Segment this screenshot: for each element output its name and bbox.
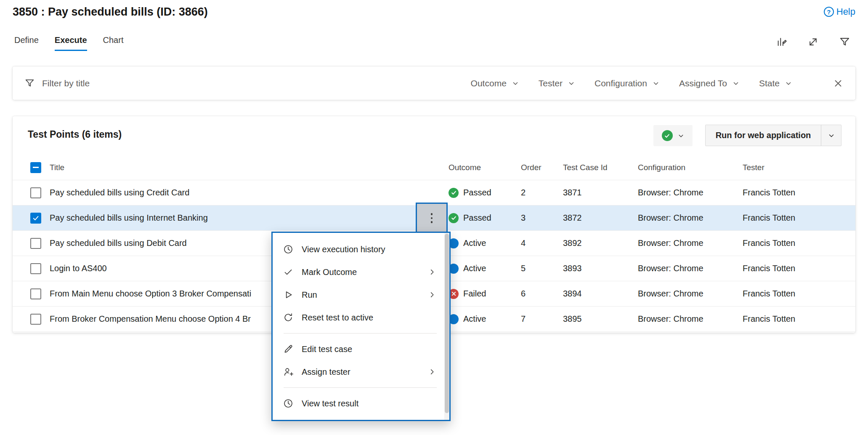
- close-filter-icon[interactable]: [833, 78, 844, 89]
- menu-item-view-execution-history[interactable]: View execution history: [273, 238, 449, 261]
- filter-funnel-icon: [24, 78, 35, 88]
- menu-item-reset-test-to-active[interactable]: Reset test to active: [273, 306, 449, 329]
- row-checkbox[interactable]: [30, 213, 41, 224]
- passed-outcome-icon: [449, 188, 459, 198]
- row-order: 2: [521, 180, 526, 205]
- row-outcome: Active: [463, 314, 486, 324]
- help-link[interactable]: ? Help: [824, 6, 855, 17]
- row-outcome: Failed: [463, 289, 486, 299]
- menu-item-label: Mark Outcome: [302, 267, 357, 277]
- table-row[interactable]: Pay scheduled bills using Internet Banki…: [13, 205, 855, 231]
- row-outcome: Active: [463, 264, 486, 273]
- menu-item-mark-outcome[interactable]: Mark Outcome: [273, 261, 449, 283]
- column-options-icon[interactable]: [776, 36, 787, 48]
- tab-bar: Define Execute Chart: [14, 35, 123, 51]
- passed-outcome-icon: [662, 130, 673, 141]
- menu-item-edit-test-case[interactable]: Edit test case: [273, 338, 449, 360]
- row-test-case-id: 3893: [563, 256, 582, 281]
- menu-divider: [284, 333, 437, 334]
- row-tester: Francis Totten: [743, 281, 795, 306]
- chevron-down-icon: [568, 80, 575, 87]
- tab-define[interactable]: Define: [14, 35, 39, 51]
- row-configuration: Browser: Chrome: [638, 256, 703, 281]
- fullscreen-icon[interactable]: [807, 36, 819, 48]
- tab-execute[interactable]: Execute: [55, 35, 87, 51]
- filter-dropdown-assigned-to[interactable]: Assigned To: [679, 78, 740, 88]
- chevron-down-icon: [732, 80, 740, 87]
- menu-item-label: Reset test to active: [302, 313, 373, 323]
- table-row[interactable]: Pay scheduled bills using Credit Card Pa…: [13, 180, 855, 205]
- row-order: 4: [521, 231, 526, 256]
- filter-bar: Outcome Tester Configuration Assigned To…: [13, 67, 855, 100]
- row-context-menu-button[interactable]: [416, 203, 448, 234]
- row-order: 7: [521, 307, 526, 331]
- chevron-down-icon: [512, 80, 519, 87]
- filter-dropdown-state[interactable]: State: [759, 78, 792, 88]
- row-outcome: Active: [463, 238, 486, 248]
- row-outcome: Passed: [463, 188, 491, 197]
- menu-item-label: Edit test case: [302, 344, 352, 354]
- filter-toggle-icon[interactable]: [839, 36, 850, 48]
- menu-item-assign-tester[interactable]: Assign tester: [273, 360, 449, 383]
- menu-divider: [284, 387, 437, 388]
- table-header-row: Title Outcome Order Test Case Id Configu…: [13, 155, 855, 180]
- column-header-outcome[interactable]: Outcome: [449, 155, 481, 180]
- filter-dropdown-configuration[interactable]: Configuration: [595, 78, 660, 88]
- menu-item-run[interactable]: Run: [273, 283, 449, 306]
- filter-configuration-label: Configuration: [595, 78, 647, 88]
- run-button-dropdown[interactable]: [821, 125, 841, 146]
- menu-item-view-test-result[interactable]: View test result: [273, 392, 449, 415]
- row-order: 6: [521, 281, 526, 306]
- select-all-checkbox[interactable]: [30, 162, 41, 173]
- filter-dropdown-outcome[interactable]: Outcome: [471, 78, 519, 88]
- row-checkbox[interactable]: [30, 238, 41, 249]
- column-header-test-case-id[interactable]: Test Case Id: [563, 155, 608, 180]
- run-split-button: Run for web application: [705, 125, 841, 146]
- context-menu: View execution history Mark Outcome Run …: [271, 232, 451, 421]
- play-icon: [283, 289, 294, 300]
- filter-assigned-to-label: Assigned To: [679, 78, 727, 88]
- filter-state-label: State: [759, 78, 780, 88]
- tab-chart[interactable]: Chart: [103, 35, 124, 51]
- tab-actions: [776, 36, 850, 48]
- outcome-filter-button[interactable]: [653, 125, 693, 146]
- row-configuration: Browser: Chrome: [638, 205, 703, 230]
- menu-scrollbar[interactable]: [444, 233, 449, 420]
- more-options-icon: [431, 213, 433, 223]
- row-test-case-id: 3871: [563, 180, 582, 205]
- chevron-down-icon: [828, 132, 835, 139]
- run-button-label: Run for web application: [716, 131, 811, 140]
- chevron-down-icon: [677, 132, 685, 139]
- tab-execute-label: Execute: [55, 35, 87, 45]
- row-order: 3: [521, 205, 526, 230]
- row-checkbox[interactable]: [30, 288, 41, 299]
- row-checkbox[interactable]: [30, 314, 41, 325]
- chevron-down-icon: [652, 80, 660, 87]
- row-test-case-id: 3895: [563, 307, 582, 331]
- tab-define-label: Define: [14, 35, 39, 45]
- menu-item-label: View test result: [302, 399, 358, 408]
- row-checkbox[interactable]: [30, 187, 41, 198]
- column-header-tester[interactable]: Tester: [743, 155, 764, 180]
- column-header-order[interactable]: Order: [521, 155, 542, 180]
- row-checkbox[interactable]: [30, 263, 41, 274]
- run-for-web-application-button[interactable]: Run for web application: [706, 125, 821, 146]
- assign-tester-icon: [283, 366, 294, 377]
- column-header-configuration[interactable]: Configuration: [638, 155, 685, 180]
- scrollbar-thumb[interactable]: [445, 234, 449, 413]
- filter-dropdown-tester[interactable]: Tester: [539, 78, 575, 88]
- menu-item-label: View execution history: [302, 245, 385, 254]
- row-tester: Francis Totten: [743, 256, 795, 281]
- row-configuration: Browser: Chrome: [638, 231, 703, 256]
- page-title: 3850 : Pay scheduled bills (ID: 3866): [13, 5, 208, 19]
- row-tester: Francis Totten: [743, 205, 795, 230]
- row-configuration: Browser: Chrome: [638, 281, 703, 306]
- edit-icon: [283, 344, 294, 355]
- chevron-right-icon: [427, 267, 437, 277]
- menu-item-label: Assign tester: [302, 367, 350, 377]
- row-tester: Francis Totten: [743, 231, 795, 256]
- row-tester: Francis Totten: [743, 307, 795, 331]
- column-header-title[interactable]: Title: [50, 155, 405, 180]
- chevron-right-icon: [427, 290, 437, 299]
- filter-by-title-input[interactable]: [42, 78, 295, 88]
